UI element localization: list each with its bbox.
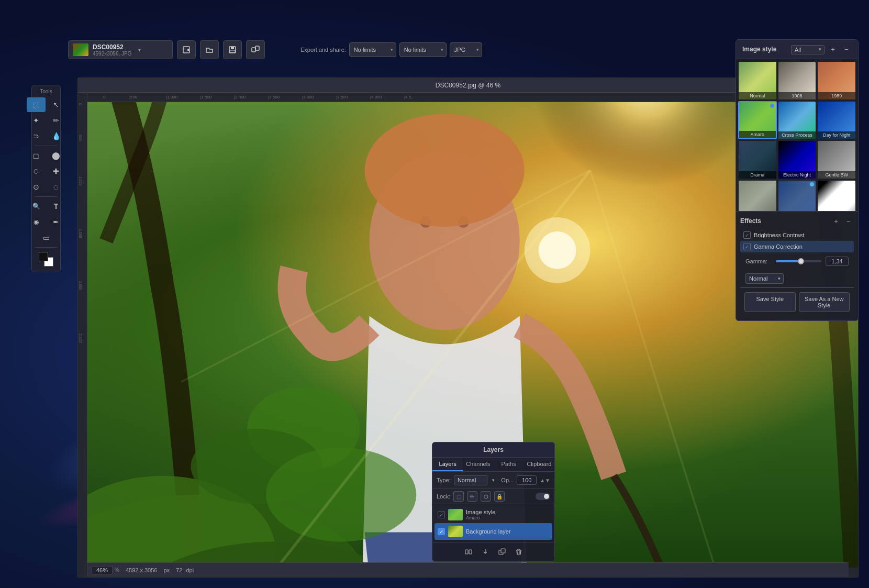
style-normal[interactable]: Normal [738,61,777,100]
layer-thumb-style [448,509,463,520]
export-limits-wrapper: No limits Web Print ▾ [349,42,396,57]
dropper-btn[interactable]: 💧 [47,129,65,143]
blur-btn[interactable]: ◌ [47,180,65,194]
tab-clipboard[interactable]: Clipboard [524,458,554,471]
export-type-select[interactable]: JPG PNG TIFF WebP [450,42,482,57]
shape-btn[interactable]: ▭ [37,230,55,245]
brightness-checkbox[interactable]: ✓ [743,231,751,239]
styles-grid: Normal 1006 1989 Amaro Cross Process Day… [736,59,858,211]
lasso-btn[interactable]: ⊃ [27,129,46,143]
eraser-btn[interactable]: ◻ [27,148,46,163]
light-btn[interactable]: ◉ [27,215,46,229]
export-size-select[interactable]: No limits 1920px 1280px [399,42,447,57]
lock-all-btn[interactable]: 🔒 [494,491,505,502]
lock-paint-btn[interactable]: ✏ [467,491,477,502]
blend-mode-select[interactable]: Normal Multiply Screen Overlay Soft Ligh… [745,273,784,284]
layer-vis-style[interactable]: ✓ [438,511,445,518]
gamma-slider-track[interactable] [776,260,821,262]
style-add-btn[interactable]: + [828,44,838,54]
export-limits-select[interactable]: No limits Web Print [349,42,396,57]
layer-opacity-label: Op... [501,477,514,483]
tablet-btn[interactable] [177,40,196,59]
zoom-input[interactable] [92,566,113,574]
export-section: Export and share: No limits Web Print ▾ … [300,42,482,57]
layer-back-btn[interactable] [479,546,492,558]
tool-sep-2 [35,196,57,197]
effect-gamma[interactable]: ✓ Gamma Correction [740,241,854,252]
style-panel-controls: All Vintage B&W Color ▾ + − [791,44,852,54]
style-minus-btn[interactable]: − [841,44,852,54]
lock-pixels-btn[interactable]: ⬚ [453,491,464,502]
brush-btn[interactable]: ✏ [47,113,65,128]
style-1006[interactable]: 1006 [778,61,817,100]
style-highcontrast[interactable]: High Contrast... [817,180,856,211]
layer-item-style[interactable]: ✓ Image style Amaro [434,506,552,523]
layer-vis-background[interactable]: ✓ [438,528,445,535]
file-dropdown-arrow[interactable]: ▾ [138,47,141,53]
gamma-checkbox[interactable]: ✓ [743,243,751,250]
tools-panel: Tools ⬚ ↖ ✦ ✏ ⊃ 💧 ◻ ⬤ ⬡ ✚ ⊙ ◌ 🔍 T ◉ ✒ ▭ [31,85,61,272]
foreground-color-swatch[interactable] [39,252,48,261]
tab-layers[interactable]: Layers [432,458,463,471]
layer-delete-btn[interactable] [513,546,525,558]
stamp-btn[interactable]: ⬡ [27,164,46,179]
effects-section: Effects + − ✓ Brightness Contrast ✓ Gamm… [736,211,858,320]
heal-btn[interactable]: ✚ [47,164,65,179]
image-style-panel: Image style All Vintage B&W Color ▾ + − … [736,39,859,321]
gamma-control-label: Gamma: [745,258,772,264]
lock-move-btn[interactable]: ⬡ [481,491,491,502]
style-amaro[interactable]: Amaro [738,101,777,140]
effects-title: Effects [740,217,761,225]
tab-paths[interactable]: Paths [494,458,524,471]
svg-rect-4 [230,50,235,52]
layers-panel: Layers Layers Channels Paths Clipboard T… [432,442,555,562]
dodge-btn[interactable]: ⊙ [27,180,46,194]
layer-new-group-btn[interactable] [462,546,475,558]
style-daynight[interactable]: Day for Night [817,101,856,140]
share-btn[interactable] [246,40,265,59]
style-hiplov[interactable]: Hiplov [778,180,817,211]
svg-rect-3 [231,47,234,49]
zoom-tool-btn[interactable]: 🔍 [27,199,46,214]
style-gentlebw[interactable]: Gentle BW [817,140,856,179]
gamma-slider-thumb[interactable] [798,258,804,264]
file-info-box[interactable]: DSC00952 4592x3056, JPG ▾ [68,40,173,59]
pen-btn[interactable]: ✒ [47,215,65,229]
gamma-value-input[interactable] [826,257,849,266]
effects-minus-btn[interactable]: − [843,216,854,226]
canvas-bottom-bar: % 4592 x 3056 px 72 dpi [87,562,849,577]
text-btn[interactable]: T [47,199,65,214]
save-btn[interactable] [223,40,242,59]
fill-btn[interactable]: ⬤ [47,148,65,163]
move-tool-btn[interactable]: ↖ [47,97,65,112]
canvas-dpi: 72 dpi [176,567,194,573]
style-cross[interactable]: Cross Process [778,101,817,140]
file-meta: 4592x3056, JPG [93,51,132,57]
magic-select-btn[interactable]: ✦ [27,113,46,128]
amaro-selected-dot [770,104,774,108]
style-electric[interactable]: Electric Night [778,140,817,179]
open-btn[interactable] [200,40,219,59]
color-swatches[interactable] [39,252,53,267]
effect-brightness[interactable]: ✓ Brightness Contrast [740,229,854,241]
lock-toggle[interactable] [536,493,550,500]
effects-add-btn[interactable]: + [831,216,841,226]
canvas-title: DSC00952.jpg @ 46 % [436,82,500,89]
layer-type-select[interactable]: Normal Multiply Screen Overlay [454,475,487,485]
select-tool-btn[interactable]: ⬚ [27,97,46,112]
file-thumbnail [73,43,88,56]
style-panel-header: Image style All Vintage B&W Color ▾ + − [736,40,858,59]
style-granite[interactable]: Granite [738,180,777,211]
svg-rect-24 [469,550,472,554]
svg-rect-5 [252,48,255,52]
style-filter-select[interactable]: All Vintage B&W Color [791,45,825,54]
layer-item-background[interactable]: ✓ Background layer [434,523,552,540]
canvas-dimensions: 4592 x 3056 [126,567,158,573]
style-drama[interactable]: Drama [738,140,777,179]
layer-copy-btn[interactable] [496,546,508,558]
style-1977[interactable]: 1989 [817,61,856,100]
save-new-style-btn[interactable]: Save As a New Style [799,292,850,312]
tab-channels[interactable]: Channels [463,458,493,471]
layer-opacity-input[interactable] [517,475,537,485]
save-style-btn[interactable]: Save Style [744,292,796,312]
